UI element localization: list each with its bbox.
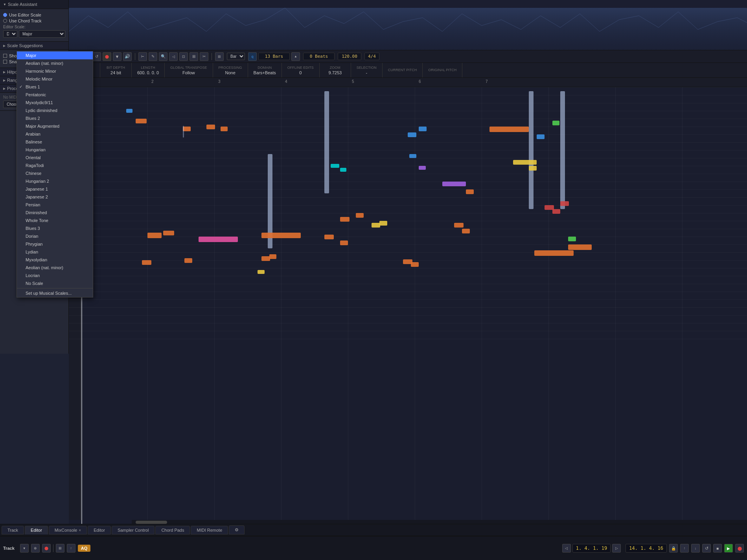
midi-note[interactable] <box>261 233 301 238</box>
dropdown-item-melodic-minor[interactable]: Melodic Minor <box>17 75 93 83</box>
midi-note[interactable] <box>419 166 426 170</box>
rewind-btn[interactable]: ↺ <box>702 544 711 553</box>
dropdown-item-chinese[interactable]: Chinese <box>17 169 93 177</box>
time-sig-display[interactable]: 4/4 <box>364 53 379 60</box>
dropdown-item-set-up-musical-scales---[interactable]: Set up Musical Scales... <box>17 289 93 297</box>
bottom-btn-1[interactable]: ▼ <box>20 544 29 553</box>
midi-note[interactable] <box>409 154 416 158</box>
arrow-up-btn[interactable]: ↑ <box>680 544 689 553</box>
tab-track[interactable]: Track <box>2 526 24 534</box>
dropdown-item-lydian[interactable]: Lydian <box>17 248 93 256</box>
toolbar-btn-11[interactable]: ⊞ <box>190 52 198 61</box>
dropdown-item-major[interactable]: Major <box>17 51 93 59</box>
midi-note[interactable] <box>258 270 265 274</box>
dropdown-item-balinese[interactable]: Balinese <box>17 138 93 146</box>
toolbar-grid[interactable]: ⊞ <box>215 52 224 61</box>
dropdown-item-whole-tone[interactable]: Whole Tone <box>17 217 93 224</box>
midi-note[interactable] <box>534 250 574 256</box>
dropdown-item-hungarian-2[interactable]: Hungarian 2 <box>17 177 93 185</box>
dropdown-item-ragatodi[interactable]: RagaTodi <box>17 162 93 169</box>
toolbar-btn-record[interactable]: ⬤ <box>103 52 111 61</box>
bottom-btn-record[interactable]: ⬤ <box>42 544 51 553</box>
key-select[interactable]: DCEFGAB <box>3 30 17 38</box>
use-editor-scale-row[interactable]: Use Editor Scale <box>3 13 65 17</box>
midi-note[interactable] <box>136 119 147 123</box>
dropdown-item-japanese-1[interactable]: Japanese 1 <box>17 185 93 193</box>
midi-note[interactable] <box>340 168 346 172</box>
midi-note[interactable] <box>560 91 565 209</box>
midi-note[interactable] <box>529 166 537 171</box>
midi-note[interactable] <box>411 262 419 267</box>
dropdown-item-hungarian[interactable]: Hungarian <box>17 146 93 154</box>
midi-note[interactable] <box>560 201 569 206</box>
dropdown-item-myxolydian[interactable]: Myxolydian <box>17 256 93 264</box>
use-chord-track-row[interactable]: Use Chord Track <box>3 18 65 23</box>
midi-note[interactable] <box>183 127 191 131</box>
toolbar-btn-4[interactable]: ▼ <box>113 52 121 61</box>
scale-name-select[interactable]: Major <box>19 30 65 38</box>
toolbar-btn-9[interactable]: ◁ <box>169 52 178 61</box>
h-scrollbar-thumb[interactable] <box>136 521 167 524</box>
midi-note[interactable] <box>269 254 276 259</box>
midi-note[interactable] <box>454 223 464 228</box>
pos-right[interactable]: ▷ <box>612 544 621 553</box>
dropdown-item-japanese-2[interactable]: Japanese 2 <box>17 193 93 201</box>
toolbar-btn-12[interactable]: ✂ <box>200 52 208 61</box>
lock-btn[interactable]: 🔒 <box>669 544 678 553</box>
dropdown-item-myxolydic9-11[interactable]: Myxolydic9/11 <box>17 99 93 106</box>
midi-note[interactable] <box>199 237 238 242</box>
dropdown-item-harmonic-minor[interactable]: Harmonic Minor <box>17 67 93 75</box>
tab-editor[interactable]: Editor <box>25 526 48 534</box>
snap-checkbox[interactable] <box>3 60 7 64</box>
dropdown-item-persian[interactable]: Persian <box>17 201 93 209</box>
midi-note[interactable] <box>552 121 559 125</box>
midi-note[interactable] <box>142 260 151 265</box>
bottom-btn-3[interactable]: ⊞ <box>56 544 64 553</box>
midi-note[interactable] <box>462 229 470 233</box>
bottom-btn-2[interactable]: ⊕ <box>31 544 40 553</box>
midi-note[interactable] <box>324 235 334 239</box>
midi-note[interactable] <box>529 91 534 209</box>
bars-up[interactable]: ▲ <box>291 52 300 61</box>
toolbar-btn-8[interactable]: 🔍 <box>159 52 167 61</box>
record-btn[interactable]: ⬤ <box>735 544 744 553</box>
bpm-display[interactable]: 120.00 <box>338 53 361 60</box>
tab--[interactable]: ⚙ <box>229 525 245 534</box>
use-chord-track-radio[interactable] <box>3 19 7 23</box>
bars-display[interactable]: 13 Bars <box>258 53 290 60</box>
dropdown-item-oriental[interactable]: Oriental <box>17 154 93 162</box>
arrow-down-btn[interactable]: ↓ <box>691 544 700 553</box>
midi-note[interactable] <box>206 125 215 129</box>
dropdown-item-pentatonic[interactable]: Pentatonic <box>17 91 93 99</box>
midi-note[interactable] <box>568 237 576 241</box>
midi-note[interactable] <box>419 127 427 131</box>
dropdown-item-aeolian--nat--minor-[interactable]: Aeolian (nat. minor) <box>17 264 93 272</box>
bottom-btn-4[interactable]: ↑ <box>67 544 75 553</box>
position-display[interactable]: 1. 4. 1. 19 <box>572 544 611 553</box>
dropdown-item-diminished[interactable]: Diminished <box>17 209 93 217</box>
midi-note[interactable] <box>147 233 162 238</box>
midi-note[interactable] <box>126 109 132 113</box>
dropdown-item-blues-3[interactable]: Blues 3 <box>17 224 93 232</box>
midi-note[interactable] <box>183 126 184 138</box>
dropdown-item-dorian[interactable]: Dorian <box>17 232 93 240</box>
toolbar-btn-6[interactable]: ⊢ <box>138 52 147 61</box>
dropdown-item-blues-1[interactable]: Blues 1 <box>17 83 93 91</box>
midi-note[interactable] <box>466 189 474 194</box>
midi-note[interactable] <box>489 127 529 132</box>
length-display[interactable]: 14. 1. 4. 16 <box>626 544 667 553</box>
bar-selector[interactable]: Bar <box>227 53 245 60</box>
tab-midi-remote[interactable]: MIDI Remote <box>191 526 228 534</box>
midi-note[interactable] <box>340 241 348 245</box>
midi-note[interactable] <box>261 256 270 261</box>
midi-note[interactable] <box>331 164 339 168</box>
beats-display[interactable]: 0 Beats <box>303 53 335 60</box>
midi-note[interactable] <box>513 160 537 165</box>
midi-note[interactable] <box>163 231 174 235</box>
dropdown-item-blues-2[interactable]: Blues 2 <box>17 114 93 122</box>
toolbar-btn-10[interactable]: ⊡ <box>179 52 188 61</box>
dropdown-item-no-scale[interactable]: No Scale <box>17 279 93 287</box>
scale-suggestions-header[interactable]: ▶ Scale Suggestions <box>0 42 68 50</box>
midi-note[interactable] <box>372 223 380 228</box>
tab-mixconsole[interactable]: MixConsole× <box>49 526 87 534</box>
